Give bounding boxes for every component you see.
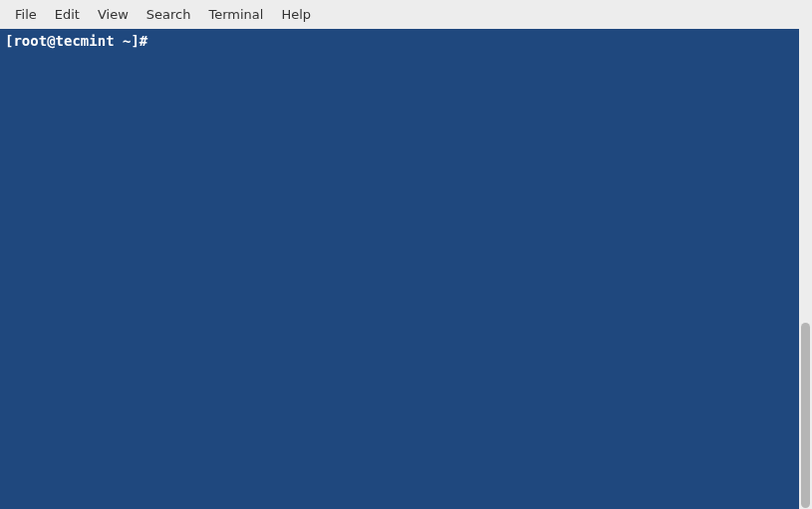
menu-edit[interactable]: Edit <box>46 3 89 26</box>
menu-terminal[interactable]: Terminal <box>199 3 272 26</box>
shell-prompt: [root@tecmint ~]# <box>5 33 156 49</box>
terminal-area: [root@tecmint ~]# <box>0 29 812 509</box>
scrollbar-track[interactable] <box>799 29 812 509</box>
menu-help[interactable]: Help <box>272 3 320 26</box>
terminal[interactable]: [root@tecmint ~]# <box>0 29 799 509</box>
menu-view[interactable]: View <box>89 3 137 26</box>
scrollbar-thumb[interactable] <box>801 323 810 508</box>
menu-file[interactable]: File <box>6 3 46 26</box>
menu-search[interactable]: Search <box>137 3 200 26</box>
menubar: File Edit View Search Terminal Help <box>0 0 812 29</box>
